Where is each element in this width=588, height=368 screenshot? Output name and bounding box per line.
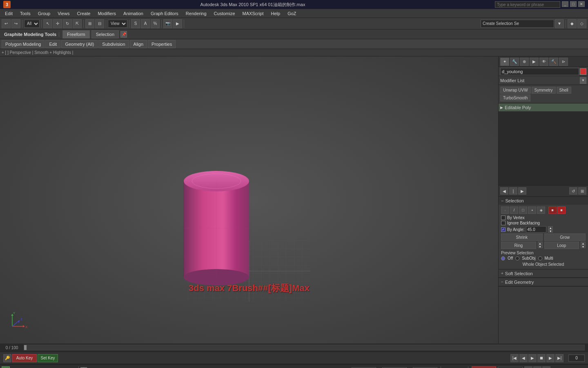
object-color-swatch[interactable]: [580, 68, 586, 75]
extra-panel-icon[interactable]: ⊳: [559, 58, 568, 66]
angle-spin-down[interactable]: ▼: [548, 229, 553, 233]
minimize-button[interactable]: _: [562, 1, 568, 7]
utilities-panel-icon[interactable]: 🔨: [549, 58, 558, 66]
loop-spin-down[interactable]: ▼: [581, 245, 586, 248]
set-keys-button[interactable]: 🔑: [3, 354, 11, 362]
named-sel-sets[interactable]: ▼: [555, 19, 564, 28]
radio-off[interactable]: [501, 256, 505, 260]
by-vertex-checkbox[interactable]: [501, 215, 506, 220]
timeline-bar[interactable]: [24, 345, 585, 350]
menu-group[interactable]: Group: [35, 10, 54, 17]
search-input[interactable]: [495, 1, 560, 8]
mini-play[interactable]: ▶: [533, 366, 541, 368]
radio-subobj[interactable]: [515, 256, 519, 260]
mini-next-key[interactable]: ▶|: [542, 366, 550, 368]
sel-icon-red1[interactable]: ■: [548, 206, 557, 214]
symmetry-btn[interactable]: Symmetry: [532, 87, 556, 94]
selection-filter[interactable]: All: [24, 20, 40, 28]
percent-snap[interactable]: %: [151, 19, 160, 28]
snap-toggle[interactable]: S: [131, 19, 140, 28]
angle-spin-up[interactable]: ▲: [548, 226, 553, 229]
current-frame-input[interactable]: [568, 355, 585, 362]
menu-animation[interactable]: Animation: [120, 10, 147, 17]
menu-customize[interactable]: Customize: [211, 10, 238, 17]
nav-refresh[interactable]: ↺: [569, 187, 577, 195]
stop-button[interactable]: ⏹: [537, 354, 546, 362]
menu-views[interactable]: Views: [54, 10, 73, 17]
sel-icon-red2[interactable]: ■: [557, 206, 566, 214]
menu-tools[interactable]: Tools: [17, 10, 34, 17]
selected-dropdown[interactable]: Selected: [498, 367, 523, 368]
unwrap-uvw-btn[interactable]: Unwrap UVW: [500, 87, 531, 94]
menu-help[interactable]: Help: [268, 10, 284, 17]
nav-grid[interactable]: ⊞: [578, 187, 586, 195]
play-button[interactable]: ▶: [528, 354, 537, 362]
menu-create[interactable]: Create: [74, 10, 94, 17]
border-icon[interactable]: □: [519, 206, 527, 214]
hierarchy-panel-icon[interactable]: ⊕: [520, 58, 529, 66]
selection-section-header[interactable]: − Selection: [499, 197, 588, 205]
angle-value-input[interactable]: [526, 226, 546, 233]
graphite-tab-freeform[interactable]: Freeform: [62, 30, 90, 38]
maximize-button[interactable]: □: [570, 1, 577, 7]
shell-btn[interactable]: Shell: [557, 87, 571, 94]
motion-panel-icon[interactable]: ▶: [530, 58, 539, 66]
mirror-tool[interactable]: ⊞: [85, 19, 94, 28]
close-button[interactable]: ✕: [578, 1, 585, 7]
loop-spin-up[interactable]: ▲: [581, 242, 586, 245]
ring-spin-up[interactable]: ▲: [538, 242, 543, 245]
quick-render[interactable]: ▶: [173, 19, 182, 28]
menu-modifiers[interactable]: Modifiers: [94, 10, 119, 17]
geometry-all-tab[interactable]: Geometry (All): [61, 40, 98, 48]
by-angle-checkbox[interactable]: [501, 227, 506, 232]
loop-button[interactable]: Loop: [544, 242, 579, 249]
menu-maxscript[interactable]: MAXScript: [239, 10, 267, 17]
curve-editor[interactable]: ◆: [568, 19, 577, 28]
set-key-button[interactable]: Set Key: [38, 354, 58, 362]
soft-selection-header[interactable]: + Soft Selection: [499, 269, 588, 278]
nav-pin[interactable]: |: [509, 187, 517, 195]
ignore-backfacing-checkbox[interactable]: [501, 221, 506, 225]
viewport-select[interactable]: View: [108, 20, 127, 28]
menu-rendering[interactable]: Rendering: [183, 10, 210, 17]
properties-tab[interactable]: Properties: [148, 40, 176, 48]
menu-goz[interactable]: GoZ: [284, 10, 299, 17]
edit-geometry-header[interactable]: − Edit Geometry: [499, 278, 588, 286]
nav-next[interactable]: ▶: [518, 187, 526, 195]
go-to-end[interactable]: ▶|: [555, 354, 564, 362]
polygon-icon[interactable]: ▪: [528, 206, 536, 214]
object-name-input[interactable]: [500, 68, 579, 75]
nav-prev[interactable]: ◀: [500, 187, 508, 195]
vertex-icon[interactable]: ·: [501, 206, 509, 214]
subdivision-tab[interactable]: Subdivision: [98, 40, 129, 48]
create-panel-icon[interactable]: ✦: [500, 58, 509, 66]
create-selection-field[interactable]: Create Selection Se: [481, 20, 554, 28]
prev-frame[interactable]: ◀: [519, 354, 528, 362]
edge-icon[interactable]: /: [510, 206, 518, 214]
redo-button[interactable]: ↪: [11, 19, 20, 28]
turbosmooth-btn[interactable]: TurboSmooth: [500, 94, 530, 101]
modify-panel-icon[interactable]: 🔧: [510, 58, 519, 66]
viewport[interactable]: 3ds max 7Brush##[标题]Max X Y Z: [0, 56, 498, 343]
polygon-modeling-tab[interactable]: Polygon Modeling: [2, 40, 45, 48]
undo-button[interactable]: ↩: [2, 19, 11, 28]
auto-key-button[interactable]: Auto Key: [12, 354, 37, 362]
status-icon[interactable]: ℹ: [2, 366, 10, 368]
graphite-pin[interactable]: 📌: [120, 31, 127, 38]
radio-multi[interactable]: [538, 256, 542, 260]
modifier-list-dropdown[interactable]: ▼: [580, 77, 586, 84]
align-tab[interactable]: Align: [130, 40, 147, 48]
shrink-button[interactable]: Shrink: [501, 233, 543, 241]
menu-graph-editors[interactable]: Graph Editors: [147, 10, 182, 17]
go-to-start[interactable]: |◀: [510, 354, 519, 362]
angle-snap[interactable]: A: [141, 19, 150, 28]
select-scale[interactable]: ⇱: [73, 19, 82, 28]
render-setup[interactable]: 📷: [163, 19, 172, 28]
mini-prev-key[interactable]: |◀: [524, 366, 532, 368]
select-rotate[interactable]: ↻: [63, 19, 72, 28]
align-tool[interactable]: ⊟: [95, 19, 104, 28]
grow-button[interactable]: Grow: [544, 233, 586, 241]
ring-spin-down[interactable]: ▼: [538, 245, 543, 248]
ring-button[interactable]: Ring: [501, 242, 536, 249]
graphite-tab-selection[interactable]: Selection: [91, 30, 119, 38]
